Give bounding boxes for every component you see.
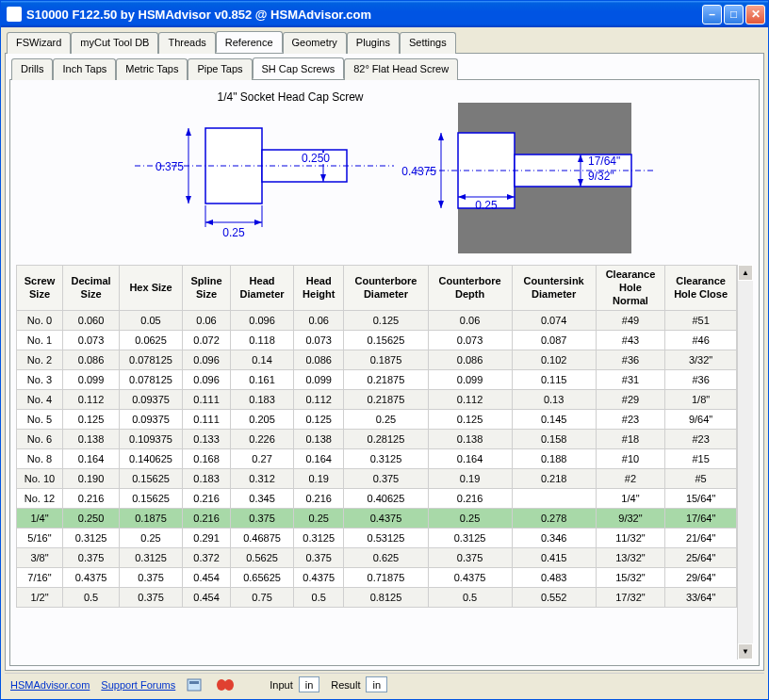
app-window: S10000 F122.50 by HSMAdvisor v0.852 @ HS… [0,0,769,700]
data-grid-wrap: Screw SizeDecimal SizeHex SizeSpline Siz… [16,265,753,659]
col-header[interactable]: Head Height [293,266,343,311]
table-row[interactable]: No. 60.1380.1093750.1330.2260.1380.28125… [17,430,737,449]
sub-tab-sh-cap-screws[interactable]: SH Cap Screws [253,57,345,79]
main-tab-fswizard[interactable]: FSWizard [7,32,71,54]
status-icon-2[interactable] [215,678,232,692]
result-unit-box[interactable]: in [366,676,387,692]
table-row[interactable]: No. 00.0600.050.060.0960.060.1250.060.07… [17,311,737,331]
table-row[interactable]: 7/16"0.43750.3750.4540.656250.43750.7187… [17,568,737,588]
table-row[interactable]: No. 40.1120.093750.1110.1830.1120.218750… [17,390,737,410]
svg-text:0.375: 0.375 [155,160,184,173]
link-hsmadvisor[interactable]: HSMAdvisor.com [10,679,90,691]
table-row[interactable]: No. 50.1250.093750.1110.2050.1250.250.12… [17,410,737,430]
table-cell: 0.216 [182,509,230,529]
table-cell: #5 [665,469,737,489]
table-cell: 0.099 [63,370,120,390]
table-cell: 0.125 [293,410,343,430]
table-cell: #10 [596,449,665,469]
svg-marker-24 [438,201,444,208]
table-row[interactable]: 5/16"0.31250.250.2910.468750.31250.53125… [17,529,737,548]
table-cell: #31 [596,370,665,390]
sub-tab-82-flat-head-screw[interactable]: 82° Flat Head Screw [344,58,458,80]
titlebar[interactable]: S10000 F122.50 by HSMAdvisor v0.852 @ HS… [1,1,768,27]
vertical-scrollbar[interactable]: ▲ ▼ [737,265,753,659]
scroll-up-button[interactable]: ▲ [738,265,753,281]
main-tab-settings[interactable]: Settings [400,32,456,54]
col-header[interactable]: Clearance Hole Normal [596,266,665,311]
table-cell: 1/8" [665,390,737,410]
link-support-forums[interactable]: Support Forums [101,679,175,691]
col-header[interactable]: Counterbore Depth [428,266,512,311]
col-header[interactable]: Hex Size [120,266,183,311]
table-cell: 0.375 [120,588,183,608]
table-cell: No. 4 [17,390,63,410]
main-tab-reference[interactable]: Reference [216,31,283,53]
minimize-button[interactable]: – [702,5,722,24]
main-tab-mycut-tool-db[interactable]: myCut Tool DB [71,32,158,54]
table-cell: 0.164 [428,449,512,469]
maximize-button[interactable]: □ [724,5,744,24]
close-button[interactable]: ✕ [745,5,765,24]
table-cell: No. 3 [17,370,63,390]
table-cell: 0.102 [512,350,596,370]
table-cell: 0.3125 [293,529,343,548]
table-row[interactable]: No. 10.0730.06250.0720.1180.0730.156250.… [17,331,737,350]
table-cell: 0.164 [293,449,343,469]
svg-point-38 [224,679,234,691]
col-header[interactable]: Spline Size [182,266,230,311]
col-header[interactable]: Screw Size [17,266,63,311]
col-header[interactable]: Head Diameter [231,266,294,311]
main-tab-geometry[interactable]: Geometry [283,32,347,54]
col-header[interactable]: Clearance Hole Close [665,266,737,311]
table-row[interactable]: No. 80.1640.1406250.1680.270.1640.31250.… [17,449,737,469]
table-cell: 0.346 [512,529,596,548]
table-row[interactable]: No. 100.1900.156250.1830.3120.190.3750.1… [17,469,737,489]
table-cell: No. 10 [17,469,63,489]
table-cell: 0.086 [63,350,120,370]
input-label: Input [270,679,292,691]
table-cell [512,489,596,509]
col-header[interactable]: Decimal Size [63,266,120,311]
table-cell: 0.4375 [428,568,512,588]
scroll-down-button[interactable]: ▼ [738,643,753,659]
sub-tab-drills[interactable]: Drills [11,58,53,80]
table-cell: 0.05 [120,311,183,331]
main-tab-threads[interactable]: Threads [158,32,215,54]
table-cell: 0.5 [293,588,343,608]
table-cell: 0.15625 [344,331,428,350]
table-cell: 13/32" [596,548,665,568]
table-cell: 0.15625 [120,489,183,509]
table-cell: 0.06 [293,311,343,331]
sub-tab-inch-taps[interactable]: Inch Taps [53,58,116,80]
sub-tab-pipe-taps[interactable]: Pipe Taps [188,58,252,80]
main-tabpanel: DrillsInch TapsMetric TapsPipe TapsSH Ca… [5,54,764,671]
col-header[interactable]: Countersink Diameter [512,266,596,311]
table-cell: 3/8" [17,548,63,568]
table-cell: 0.112 [293,390,343,410]
table-cell: 0.1875 [120,509,183,529]
table-cell: 0.27 [231,449,294,469]
table-cell: No. 12 [17,489,63,509]
main-tab-plugins[interactable]: Plugins [347,32,400,54]
screw-table[interactable]: Screw SizeDecimal SizeHex SizeSpline Siz… [16,265,737,608]
table-row[interactable]: No. 30.0990.0781250.0960.1610.0990.21875… [17,370,737,390]
table-cell: 5/16" [17,529,63,548]
table-cell: #43 [596,331,665,350]
table-row[interactable]: 1/2"0.50.3750.4540.750.50.81250.50.55217… [17,588,737,608]
table-cell: 0.46875 [231,529,294,548]
col-header[interactable]: Counterbore Diameter [344,266,428,311]
sub-tab-metric-taps[interactable]: Metric Taps [116,58,188,80]
svg-rect-35 [188,679,201,691]
table-cell: 0.216 [63,489,120,509]
table-row[interactable]: 1/4"0.2500.18750.2160.3750.250.43750.250… [17,509,737,529]
table-cell: 0.454 [182,588,230,608]
table-cell: 0.25 [344,410,428,430]
sub-tabpanel: 1/4" Socket Head Cap Screw 0.375 [9,80,760,666]
table-row[interactable]: No. 20.0860.0781250.0960.140.0860.18750.… [17,350,737,370]
table-cell: 9/64" [665,410,737,430]
input-unit-box[interactable]: in [299,676,320,692]
client-area: FSWizardmyCut Tool DBThreadsReferenceGeo… [1,27,768,699]
status-icon-1[interactable] [187,678,204,692]
table-row[interactable]: No. 120.2160.156250.2160.3450.2160.40625… [17,489,737,509]
table-row[interactable]: 3/8"0.3750.31250.3720.56250.3750.6250.37… [17,548,737,568]
